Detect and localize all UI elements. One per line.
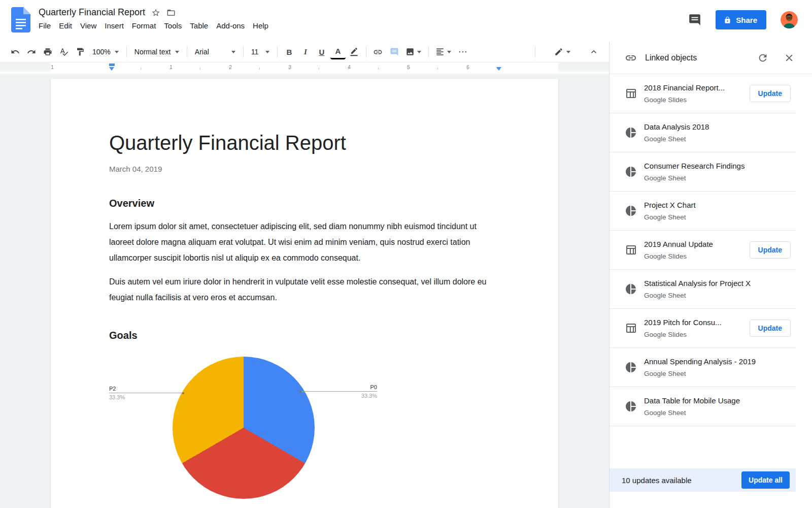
goals-heading[interactable]: Goals: [109, 330, 500, 341]
toolbar-divider: [126, 46, 127, 57]
linked-object-item[interactable]: Project X Chart Google Sheet: [610, 192, 796, 231]
insert-image-button[interactable]: [403, 44, 424, 59]
format-toolbar: 100% Normal text Arial 11: [0, 42, 609, 62]
first-line-indent-marker[interactable]: [109, 64, 115, 66]
undo-button[interactable]: [8, 44, 23, 59]
align-button[interactable]: [433, 44, 454, 59]
label-leader-line: [109, 393, 184, 393]
ruler-number: 4: [348, 65, 351, 70]
chevron-down-icon: [566, 51, 570, 53]
menu-table[interactable]: Table: [186, 20, 212, 31]
linked-object-item[interactable]: 2018 Financial Report... Google Slides U…: [610, 74, 796, 113]
item-title: 2019 Annual Update: [644, 240, 713, 248]
redo-button[interactable]: [24, 44, 39, 59]
text-color-button[interactable]: A: [330, 44, 346, 59]
star-icon[interactable]: [151, 8, 160, 17]
collapse-toolbar-button[interactable]: [586, 44, 601, 59]
zoom-select[interactable]: 100%: [88, 44, 123, 59]
linked-object-item[interactable]: Data Analysis 2018 Google Sheet: [610, 113, 796, 152]
ruler-number: 2: [229, 65, 232, 70]
update-button[interactable]: Update: [750, 320, 791, 337]
menu-view[interactable]: View: [76, 20, 100, 31]
chevron-down-icon: [447, 51, 451, 53]
updates-status: 10 updates available: [622, 476, 692, 485]
menu-help[interactable]: Help: [249, 20, 273, 31]
left-indent-marker[interactable]: [109, 67, 114, 71]
toolbar-divider: [243, 46, 244, 57]
close-icon[interactable]: [784, 52, 795, 64]
update-all-button[interactable]: Update all: [741, 471, 790, 489]
doc-date[interactable]: March 04, 2019: [109, 165, 500, 173]
paragraph[interactable]: Lorem ipsum dolor sit amet, consectetuer…: [109, 218, 500, 266]
comment-history-icon[interactable]: [688, 13, 701, 26]
menu-insert[interactable]: Insert: [100, 20, 128, 31]
update-button[interactable]: Update: [750, 241, 791, 259]
font-size-select[interactable]: 11: [247, 44, 274, 59]
item-subtitle: Google Sheet: [644, 213, 696, 221]
app-header: Quarterly Financial Report File Edit Vie…: [0, 0, 812, 42]
paint-format-button[interactable]: [73, 44, 88, 59]
linked-object-item[interactable]: Statistical Analysis for Project X Googl…: [610, 270, 796, 309]
highlight-color-button[interactable]: [347, 44, 362, 59]
item-title: Statistical Analysis for Project X: [644, 279, 751, 288]
document-title[interactable]: Quarterly Financial Report: [39, 7, 145, 18]
linked-object-item[interactable]: Data Table for Mobile Usage Google Sheet: [610, 387, 796, 426]
more-options-button[interactable]: ⋯: [455, 44, 470, 59]
ruler-number: 6: [466, 65, 469, 70]
spellcheck-button[interactable]: [56, 44, 72, 59]
overview-heading[interactable]: Overview: [109, 198, 500, 209]
pie-chart-icon: [625, 283, 637, 295]
item-title: Consumer Research Findings: [644, 162, 745, 170]
document-canvas: Quarterly Financial Report March 04, 201…: [0, 74, 609, 508]
item-subtitle: Google Sheet: [644, 135, 709, 143]
horizontal-ruler[interactable]: 1 1 2 3 4 5 6: [0, 62, 609, 74]
paragraph-style-select[interactable]: Normal text: [130, 44, 183, 59]
item-subtitle: Google Slides: [644, 252, 713, 260]
linked-object-item[interactable]: 2019 Annual Update Google Slides Update: [610, 231, 796, 270]
ruler-margin-shade: [0, 62, 51, 72]
item-subtitle: Google Slides: [644, 331, 722, 338]
label-anchor-dot: [299, 391, 301, 393]
share-button[interactable]: Share: [716, 10, 766, 29]
ruler-number: 1: [51, 65, 54, 70]
bold-button[interactable]: B: [282, 44, 297, 59]
print-button[interactable]: [40, 44, 55, 59]
editing-mode-button[interactable]: [551, 44, 574, 59]
table-icon: [625, 322, 637, 334]
insert-link-button[interactable]: [370, 44, 386, 59]
menu-format[interactable]: Format: [128, 20, 160, 31]
italic-button[interactable]: I: [298, 44, 313, 59]
lock-icon: [724, 16, 731, 24]
menu-addons[interactable]: Add-ons: [212, 20, 249, 31]
chevron-down-icon: [175, 51, 179, 53]
folder-icon[interactable]: [166, 8, 176, 17]
add-comment-button[interactable]: [387, 44, 402, 59]
linked-object-item[interactable]: 2019 Pitch for Consu... Google Slides Up…: [610, 309, 796, 348]
google-docs-app: Quarterly Financial Report File Edit Vie…: [0, 0, 812, 508]
linked-objects-panel: Linked objects 2018 Financial Report... …: [609, 42, 812, 508]
pie-chart-icon: [625, 400, 637, 412]
menu-tools[interactable]: Tools: [160, 20, 186, 31]
pie-chart-icon: [625, 205, 637, 217]
toolbar-divider: [428, 46, 429, 57]
docs-logo[interactable]: [11, 7, 30, 33]
linked-objects-header: Linked objects: [610, 42, 812, 74]
chevron-down-icon: [115, 51, 119, 53]
linked-object-item[interactable]: Consumer Research Findings Google Sheet: [610, 152, 796, 192]
ruler-number: 1: [170, 65, 173, 70]
update-button[interactable]: Update: [750, 85, 791, 102]
menu-edit[interactable]: Edit: [55, 20, 76, 31]
toolbar-divider: [277, 46, 278, 57]
avatar[interactable]: [781, 11, 798, 28]
right-indent-marker[interactable]: [496, 67, 501, 71]
doc-body-title[interactable]: Quarterly Financial Report: [109, 132, 500, 154]
refresh-icon[interactable]: [757, 52, 768, 64]
chevron-down-icon: [417, 51, 421, 53]
paragraph[interactable]: Duis autem vel eum iriure dolor in hendr…: [109, 274, 500, 305]
font-family-select[interactable]: Arial: [191, 44, 240, 59]
underline-button[interactable]: U: [314, 44, 329, 59]
linked-object-item[interactable]: Annual Spending Analysis - 2019 Google S…: [610, 348, 796, 387]
embedded-pie-chart[interactable]: P2 33.3% P0 33.3%: [109, 346, 500, 508]
menu-file[interactable]: File: [35, 20, 55, 31]
document-page[interactable]: Quarterly Financial Report March 04, 201…: [51, 79, 558, 508]
